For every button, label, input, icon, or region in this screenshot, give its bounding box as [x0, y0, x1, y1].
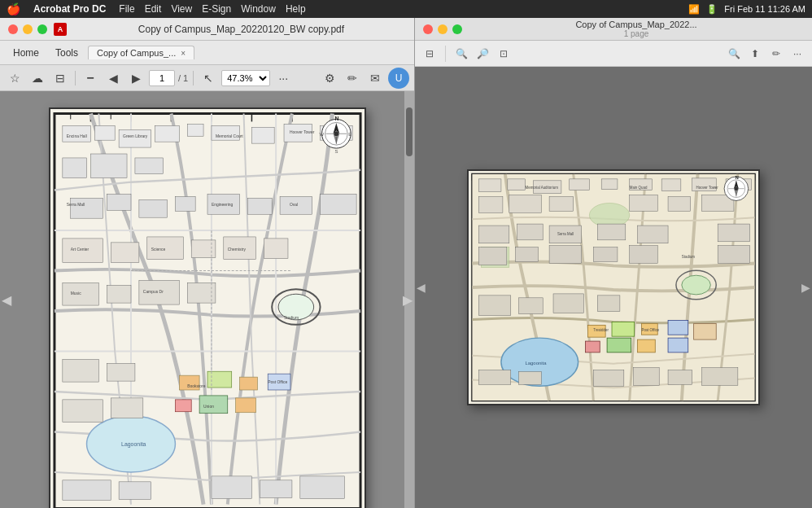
app-name: Acrobat Pro DC [33, 3, 106, 15]
svg-rect-41 [264, 239, 288, 259]
prev-page-btn[interactable]: ◀ [103, 68, 123, 88]
acrobat-filename: Copy of Campus_Map_20220120_BW copy.pdf [76, 24, 406, 35]
campus-map-svg: Lagoonita [50, 109, 365, 508]
menubar: 🍎 Acrobat Pro DC File Edit View E-Sign W… [0, 0, 812, 18]
preview-annotate-btn[interactable]: ✏ [768, 46, 784, 62]
svg-text:Encina Hall: Encina Hall [66, 134, 86, 138]
svg-rect-149 [634, 368, 660, 386]
preview-scroll-right[interactable]: ▶ [801, 281, 810, 294]
file-tab[interactable]: Copy of Campus_... × [88, 46, 194, 59]
svg-rect-148 [593, 370, 623, 387]
svg-text:Art Center: Art Center [70, 247, 89, 252]
svg-rect-151 [701, 368, 737, 386]
tools-btn[interactable]: ⚙ [320, 68, 339, 88]
preview-close-button[interactable] [423, 24, 433, 34]
svg-rect-56 [111, 398, 143, 418]
page-input[interactable] [149, 70, 175, 86]
svg-rect-33 [247, 198, 272, 214]
menu-window[interactable]: Window [241, 3, 276, 15]
svg-text:Post Office: Post Office [268, 380, 287, 384]
file-tab-close[interactable]: × [181, 49, 186, 58]
preview-search-btn[interactable]: 🔍 [726, 46, 742, 62]
svg-text:N: N [735, 175, 738, 180]
svg-rect-110 [601, 179, 618, 190]
svg-rect-140 [668, 338, 688, 353]
preview-scroll-left[interactable]: ◀ [417, 281, 426, 294]
svg-text:Memorial Court: Memorial Court [215, 134, 242, 138]
svg-rect-52 [235, 398, 255, 413]
preview-fullscreen-button[interactable] [452, 24, 462, 34]
svg-rect-147 [519, 372, 542, 385]
acrobat-icon: A [54, 23, 67, 36]
svg-rect-117 [549, 197, 574, 212]
close-button[interactable] [8, 24, 18, 34]
cursor-btn[interactable]: ↖ [199, 68, 218, 88]
svg-text:Science: Science [151, 247, 165, 252]
profile-btn[interactable]: U [388, 68, 409, 89]
minimize-button[interactable] [23, 24, 33, 34]
scroll-left[interactable]: ◀ [2, 292, 11, 308]
preview-minimize-button[interactable] [438, 24, 447, 34]
svg-rect-58 [119, 482, 151, 500]
acrobat-content: ◀ [0, 91, 414, 508]
svg-rect-48 [239, 377, 257, 390]
svg-text:Stadium: Stadium [284, 316, 299, 320]
svg-rect-129 [549, 246, 581, 264]
menu-file[interactable]: File [119, 3, 134, 15]
svg-text:Green Library: Green Library [123, 134, 148, 138]
share-btn[interactable]: ✉ [365, 68, 385, 88]
sidebar-toggle-btn[interactable]: ⊟ [421, 46, 438, 62]
svg-rect-13 [94, 125, 115, 140]
svg-rect-61 [299, 476, 343, 499]
svg-text:Chemistry: Chemistry [227, 247, 246, 252]
battery-icon: 🔋 [706, 4, 718, 15]
more-btn[interactable]: ··· [273, 68, 293, 88]
preview-zoom-in-btn[interactable]: 🔎 [474, 46, 491, 62]
svg-rect-137 [585, 341, 600, 353]
bookmark-btn[interactable]: ☆ [5, 68, 24, 88]
menu-esign[interactable]: E-Sign [202, 3, 231, 15]
preview-share-btn[interactable]: ⬆ [747, 46, 763, 62]
svg-rect-37 [111, 243, 139, 263]
wifi-icon: 📶 [688, 4, 700, 15]
menu-help[interactable]: Help [286, 3, 306, 15]
acrobat-window: A Copy of Campus_Map_20220120_BW copy.pd… [0, 18, 415, 508]
svg-rect-59 [211, 476, 251, 499]
nav-home[interactable]: Home [7, 46, 46, 60]
svg-rect-150 [668, 370, 692, 385]
svg-rect-124 [597, 224, 626, 240]
svg-rect-139 [638, 339, 656, 353]
svg-text:N: N [334, 116, 338, 121]
svg-rect-53 [62, 359, 98, 382]
svg-text:Music: Music [70, 291, 81, 296]
svg-rect-15 [155, 125, 179, 142]
preview-pdf-page: Lagoonita [467, 169, 760, 405]
svg-rect-16 [187, 124, 203, 136]
preview-zoom-out-btn[interactable]: 🔍 [453, 46, 469, 62]
apple-menu[interactable]: 🍎 [7, 2, 20, 15]
svg-text:Lagoonita: Lagoonita [121, 441, 146, 448]
scrollbar-thumb[interactable] [406, 107, 413, 156]
page-total: / 1 [178, 73, 188, 83]
fullscreen-button[interactable] [37, 24, 47, 34]
scroll-right[interactable]: ▶ [403, 292, 413, 308]
svg-rect-130 [593, 247, 618, 262]
print-btn[interactable]: ⊟ [50, 68, 70, 88]
comment-btn[interactable]: ✏ [343, 68, 362, 88]
preview-more-btn[interactable]: ··· [789, 46, 805, 62]
menubar-right: 📶 🔋 Fri Feb 11 11:26 AM [688, 4, 805, 15]
preview-fit-btn[interactable]: ⊡ [495, 46, 512, 62]
menu-view[interactable]: View [171, 3, 192, 15]
zoom-select[interactable]: 47.3% 25% 50% 75% 100% [221, 70, 270, 86]
svg-rect-35 [320, 194, 356, 214]
cloud-btn[interactable]: ☁ [28, 68, 47, 88]
svg-rect-112 [661, 179, 681, 191]
nav-tools[interactable]: Tools [49, 46, 85, 60]
svg-rect-60 [260, 480, 292, 498]
svg-rect-28 [70, 198, 103, 218]
svg-text:Hoover Tower: Hoover Tower [696, 186, 719, 190]
zoom-out-btn[interactable]: − [81, 68, 100, 88]
menu-edit[interactable]: Edit [145, 3, 162, 15]
svg-rect-134 [612, 322, 635, 336]
next-page-btn[interactable]: ▶ [126, 68, 146, 88]
